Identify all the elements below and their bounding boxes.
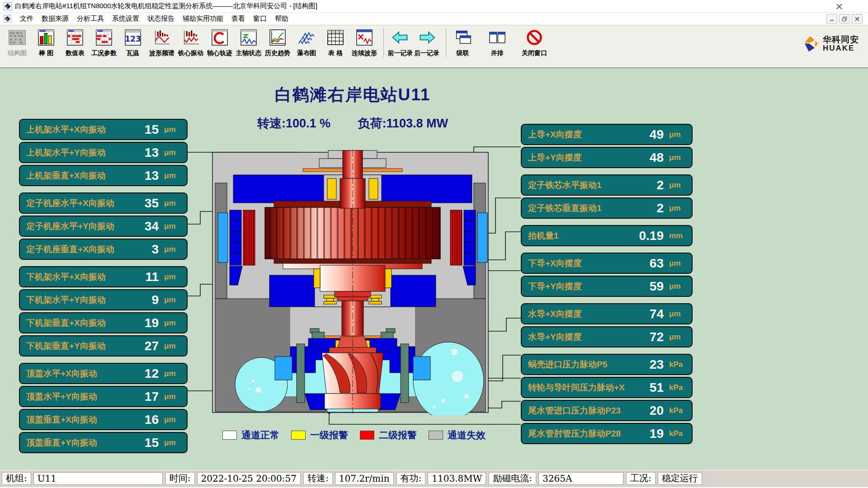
measurement-value: 2 <box>629 201 664 216</box>
toolbar-button-label: 并排 <box>491 49 504 57</box>
menu-item[interactable]: 帮助 <box>271 13 292 24</box>
toolbar-button[interactable]: 轴心轨迹 <box>205 28 234 57</box>
menu-item[interactable]: 状态报告 <box>143 13 179 24</box>
measurement-unit: μm <box>159 296 183 305</box>
measurement-value: 19 <box>629 427 664 441</box>
measurement-unit: μm <box>159 199 183 208</box>
menu-item[interactable]: 辅助实用功能 <box>179 13 227 24</box>
measurement-box: 转轮与导叶间压力脉动+X 51 kPa <box>521 377 693 398</box>
close-icon <box>836 3 843 10</box>
logo-text-en: HUAKE <box>823 44 859 52</box>
measurement-value: 35 <box>124 196 159 211</box>
measurement-box: 上机架水平+Y向振动 13 μm <box>19 142 188 163</box>
measurement-value: 27 <box>124 339 159 353</box>
measurement-value: 0.19 <box>629 229 664 243</box>
status-field-label: 时间: <box>165 472 195 485</box>
menu-item[interactable]: 数据来源 <box>38 13 73 24</box>
restore-button[interactable] <box>839 14 850 23</box>
measurement-box: 水导+Y向摆度 72 μm <box>521 326 693 347</box>
toolbar-button[interactable]: 后一记录 <box>412 28 441 57</box>
toolbar-button[interactable]: 波形频谱 <box>147 28 176 57</box>
measurement-unit: kPa <box>664 406 688 415</box>
toolbar-button-label: 瓦温 <box>127 49 139 57</box>
menu-item[interactable]: 窗口 <box>249 13 271 24</box>
measurement-value: 74 <box>629 307 664 321</box>
measurement-label: 下机架水平+Y向振动 <box>26 294 124 306</box>
toolbar-button[interactable]: 数值表 <box>61 28 90 57</box>
status-field: 机组: U11 <box>2 472 163 485</box>
status-field-label: 工况: <box>626 472 656 485</box>
toolbar-button-label: 轴心轨迹 <box>207 49 232 57</box>
measurement-label: 定子机座垂直+X向振动 <box>26 244 124 255</box>
measurement-value: 59 <box>629 279 664 294</box>
measurement-box: 顶盖垂直+X向振动 16 μm <box>19 409 188 430</box>
toolbar-button[interactable]: 级联 <box>446 28 475 57</box>
measurement-box: 抬机量1 0.19 mm <box>521 225 693 246</box>
legend-item: 通道失效 <box>429 429 486 441</box>
toolbar-button[interactable]: 并排 <box>483 28 512 57</box>
measurement-label: 下导+X向摆度 <box>528 258 629 269</box>
toolbar-button-icon <box>297 28 316 47</box>
toolbar-button-icon <box>239 28 258 47</box>
measurement-box: 顶盖水平+X向振动 12 μm <box>19 363 188 384</box>
measurement-label: 顶盖水平+Y向振动 <box>26 391 124 403</box>
toolbar: 结构图 棒 图 数值表 工况参数 瓦温 <box>0 25 868 68</box>
measurement-unit: μm <box>159 415 183 424</box>
toolbar-button-icon <box>152 28 171 47</box>
toolbar-button[interactable]: 铁心振动 <box>176 28 205 57</box>
menu-item[interactable]: 文件 <box>16 13 38 24</box>
toolbar-button-icon <box>391 28 410 47</box>
toolbar-button-label: 棒 图 <box>39 49 53 57</box>
toolbar-button[interactable]: 前一记录 <box>383 28 412 57</box>
page-title-wrap: 白鹤滩右岸电站U11 <box>206 84 500 106</box>
station-title: 白鹤滩右岸电站U11 <box>275 85 431 104</box>
toolbar-button[interactable]: 关闭窗口 <box>520 28 549 57</box>
toolbar-button-icon <box>268 28 287 47</box>
measurement-unit: kPa <box>664 429 688 438</box>
toolbar-button[interactable]: 工况参数 <box>90 28 118 57</box>
measurement-unit: μm <box>664 130 688 139</box>
measurement-label: 下导+Y向摆度 <box>528 281 629 292</box>
mdi-close-button[interactable] <box>852 14 863 23</box>
measurement-value: 12 <box>124 366 159 381</box>
measurement-value: 15 <box>124 122 159 137</box>
measurement-value: 2 <box>629 178 664 192</box>
status-field-label: 机组: <box>2 472 31 485</box>
measurement-label: 水导+Y向摆度 <box>528 331 629 343</box>
toolbar-button[interactable]: 结构图 <box>3 28 32 57</box>
measurement-label: 下机架垂直+Y向振动 <box>26 340 124 352</box>
toolbar-button-label: 波形频谱 <box>149 49 175 57</box>
measurement-unit: μm <box>664 333 688 342</box>
toolbar-button-label: 前一记录 <box>388 49 413 57</box>
measurement-value: 51 <box>629 380 664 395</box>
measurement-box: 下机架水平+X向振动 11 μm <box>19 266 188 287</box>
toolbar-button[interactable]: 瓦温 <box>118 28 147 57</box>
measurement-label: 顶盖水平+X向振动 <box>26 368 124 380</box>
toolbar-button[interactable]: 表 格 <box>321 28 350 57</box>
menu-item[interactable]: 分析工具 <box>73 13 108 24</box>
menu-item[interactable]: 系统设置 <box>108 13 143 24</box>
toolbar-button-label: 铁心振动 <box>178 49 203 57</box>
toolbar-button-label: 瀑布图 <box>297 49 316 57</box>
measurement-label: 下机架水平+X向振动 <box>26 271 124 283</box>
toolbar-button[interactable]: 主轴状态 <box>234 28 263 57</box>
measurement-unit: μm <box>159 171 183 180</box>
toolbar-button-icon <box>326 28 345 47</box>
measurement-unit: μm <box>159 125 183 134</box>
toolbar-button-label: 级联 <box>457 49 469 57</box>
menu-item[interactable]: 查看 <box>227 13 249 24</box>
mdi-child-icon <box>4 15 11 23</box>
toolbar-button[interactable]: 历史趋势 <box>263 28 292 57</box>
minimize-button[interactable] <box>826 14 837 23</box>
window-close-button[interactable] <box>834 1 844 11</box>
load-readout: 负荷:1103.8 MW <box>358 117 448 130</box>
toolbar-button[interactable]: 连续波形 <box>350 28 379 57</box>
toolbar-button[interactable]: 瀑布图 <box>292 28 321 57</box>
status-field-value: 1103.8MW <box>428 472 486 485</box>
toolbar-button[interactable]: 棒 图 <box>32 28 61 57</box>
logo-text-cn: 华科同安 <box>823 35 859 44</box>
status-field-value: 2022-10-25 20:00:57 <box>197 472 301 485</box>
channel-status-legend: 通道正常 一级报警 二级报警 通道失效 <box>222 429 486 441</box>
measurement-unit: μm <box>159 392 183 401</box>
measurement-box: 定子机座水平+Y向振动 34 μm <box>19 216 188 237</box>
